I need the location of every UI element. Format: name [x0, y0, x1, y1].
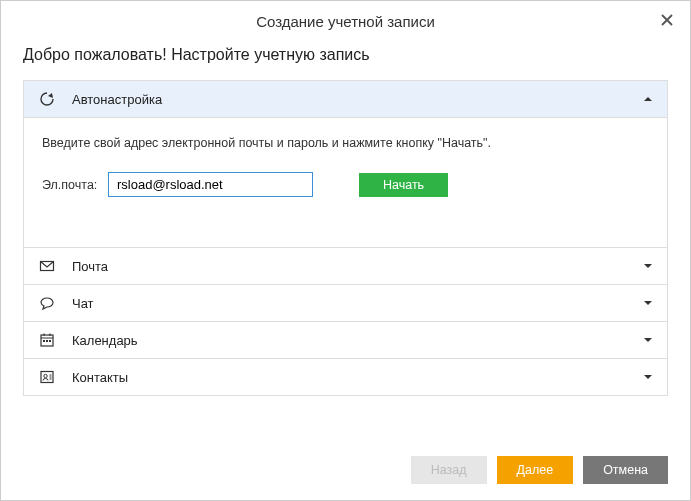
start-button[interactable]: Начать — [359, 173, 448, 197]
dialog-title: Создание учетной записи — [256, 13, 435, 30]
svg-rect-4 — [49, 340, 51, 342]
dialog-footer: Назад Далее Отмена — [1, 442, 690, 500]
svg-point-6 — [44, 374, 47, 377]
contacts-icon — [38, 368, 56, 386]
accordion: Автонастройка Введите свой адрес электро… — [23, 80, 668, 396]
chevron-down-icon — [643, 298, 653, 308]
close-icon — [661, 14, 673, 26]
section-autoconfig-body: Введите свой адрес электронной почты и п… — [24, 117, 667, 247]
titlebar: Создание учетной записи — [1, 1, 690, 40]
section-contacts-header[interactable]: Контакты — [24, 358, 667, 395]
section-contacts-label: Контакты — [72, 370, 643, 385]
dialog-content: Добро пожаловать! Настройте учетную запи… — [1, 40, 690, 442]
section-mail-header[interactable]: Почта — [24, 247, 667, 284]
section-mail-label: Почта — [72, 259, 643, 274]
section-autoconfig-label: Автонастройка — [72, 92, 643, 107]
chevron-down-icon — [643, 261, 653, 271]
autoconfig-instructions: Введите свой адрес электронной почты и п… — [42, 136, 649, 150]
email-label: Эл.почта: — [42, 178, 100, 192]
back-button: Назад — [411, 456, 487, 484]
chat-icon — [38, 294, 56, 312]
svg-rect-2 — [43, 340, 45, 342]
chevron-down-icon — [643, 335, 653, 345]
chevron-down-icon — [643, 372, 653, 382]
email-input[interactable] — [108, 172, 313, 197]
section-chat-label: Чат — [72, 296, 643, 311]
calendar-icon — [38, 331, 56, 349]
welcome-heading: Добро пожаловать! Настройте учетную запи… — [23, 46, 668, 64]
close-button[interactable] — [658, 11, 676, 29]
mail-icon — [38, 257, 56, 275]
chevron-up-icon — [643, 94, 653, 104]
next-button[interactable]: Далее — [497, 456, 574, 484]
refresh-icon — [38, 90, 56, 108]
email-form-row: Эл.почта: Начать — [42, 172, 649, 197]
svg-rect-3 — [46, 340, 48, 342]
section-calendar-label: Календарь — [72, 333, 643, 348]
cancel-button[interactable]: Отмена — [583, 456, 668, 484]
section-chat-header[interactable]: Чат — [24, 284, 667, 321]
section-autoconfig-header[interactable]: Автонастройка — [24, 81, 667, 117]
create-account-dialog: Создание учетной записи Добро пожаловать… — [0, 0, 691, 501]
section-calendar-header[interactable]: Календарь — [24, 321, 667, 358]
